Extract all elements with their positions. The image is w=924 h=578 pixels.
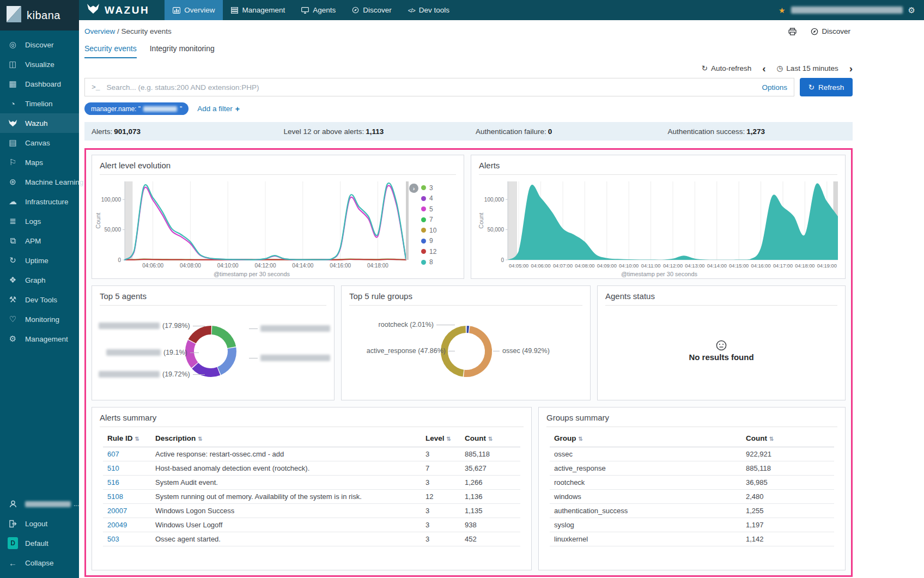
search-box: >_ Options xyxy=(84,78,794,96)
table-row[interactable]: 516System Audit event.31,266 xyxy=(103,476,520,490)
auto-refresh-button[interactable]: ↻ Auto-refresh xyxy=(702,64,752,72)
svg-text:04:08:00: 04:08:00 xyxy=(180,263,201,269)
table-cell: ossec xyxy=(550,447,741,461)
legend-item-level-4[interactable]: 4 xyxy=(421,193,436,204)
sidebar-item-graph[interactable]: ❖Graph xyxy=(0,270,79,290)
legend-item-level-8[interactable]: 8 xyxy=(421,257,436,268)
table-row[interactable]: rootcheck36,985 xyxy=(550,476,834,490)
table-row[interactable]: 503Ossec agent started.3452 xyxy=(103,532,520,546)
sidebar-item-dashboard[interactable]: ▦Dashboard xyxy=(0,74,79,94)
time-range-picker[interactable]: ◷ Last 15 minutes xyxy=(777,64,838,72)
sidebar-item-dev-tools[interactable]: ⚒Dev Tools xyxy=(0,290,79,309)
topnav-item-management[interactable]: Management xyxy=(223,0,293,20)
table-cell: authentication_success xyxy=(550,504,741,518)
sidebar-item-uptime[interactable]: ↻Uptime xyxy=(0,251,79,270)
topnav-item-discover[interactable]: Discover xyxy=(344,0,400,20)
legend-expand-icon[interactable]: › xyxy=(409,184,418,193)
legend-item-level-9[interactable]: 9 xyxy=(421,236,436,247)
sidebar-user[interactable]: ... xyxy=(0,494,79,514)
topnav-item-overview[interactable]: Overview xyxy=(165,0,223,20)
legend-item-level-12[interactable]: 12 xyxy=(421,246,436,257)
column-header-group[interactable]: Group⇅ xyxy=(550,429,741,447)
sidebar-item-discover[interactable]: ◎Discover xyxy=(0,35,79,54)
sidebar-item-canvas[interactable]: ▤Canvas xyxy=(0,133,79,153)
legend-item-level-3[interactable]: 3 xyxy=(421,182,436,193)
sidebar-item-maps[interactable]: ⚐Maps xyxy=(0,153,79,172)
column-header-count[interactable]: Count⇅ xyxy=(460,429,520,447)
tab-integrity-monitoring[interactable]: Integrity monitoring xyxy=(150,44,215,58)
table-row[interactable]: authentication_success1,255 xyxy=(550,504,834,518)
kibana-logo[interactable]: kibana xyxy=(0,0,79,31)
rule-id-link[interactable]: 20007 xyxy=(103,504,151,518)
search-input[interactable] xyxy=(106,83,762,92)
sidebar-item-infrastructure[interactable]: ☁Infrastructure xyxy=(0,192,79,211)
search-row: >_ Options ↻ Refresh xyxy=(84,78,853,96)
sidebar-item-management[interactable]: ⚙Management xyxy=(0,329,79,349)
panel-alert-level-evolution: Alert level evolution 04:06:0004:08:0004… xyxy=(92,155,464,279)
topnav-item-agents[interactable]: Agents xyxy=(293,0,344,20)
sidebar-item-machine-learning[interactable]: ⊛Machine Learning xyxy=(0,172,79,192)
table-row[interactable]: linuxkernel1,142 xyxy=(550,532,834,546)
charts-row-1: Alert level evolution 04:06:0004:08:0004… xyxy=(92,155,846,279)
table-row[interactable]: 607Active response: restart-ossec.cmd - … xyxy=(103,447,520,461)
rule-id-link[interactable]: 503 xyxy=(103,532,151,546)
legend-item-level-7[interactable]: 7 xyxy=(421,215,436,226)
kibana-wordmark: kibana xyxy=(27,9,60,22)
column-header-description[interactable]: Description⇅ xyxy=(151,429,421,447)
legend-color-dot xyxy=(421,249,426,254)
svg-text:04:13:00: 04:13:00 xyxy=(685,263,704,269)
column-header-rule-id[interactable]: Rule ID⇅ xyxy=(103,429,151,447)
sidebar-nav: ◎Discover◫Visualize▦Dashboard◔TimelionWa… xyxy=(0,35,79,349)
manager-name-filter-pill[interactable]: manager.name: " " xyxy=(84,102,189,115)
discover-action[interactable]: Discover xyxy=(811,27,850,35)
print-button[interactable] xyxy=(788,28,797,35)
table-row[interactable]: 20007Windows Logon Success31,135 xyxy=(103,504,520,518)
gear-icon[interactable]: ⚙ xyxy=(908,5,915,15)
panel-title: Agents status xyxy=(598,286,845,305)
table-row[interactable]: 20049Windows User Logoff3938 xyxy=(103,518,520,532)
sidebar-item-monitoring[interactable]: ♡Monitoring xyxy=(0,309,79,329)
legend-item-level-5[interactable]: 5 xyxy=(421,204,436,215)
time-forward-chevron[interactable]: › xyxy=(849,63,853,74)
legend-item-level-10[interactable]: 10 xyxy=(421,225,436,236)
table-cell: active_response xyxy=(550,461,741,476)
table-cell: 1,136 xyxy=(460,490,520,504)
table-row[interactable]: active_response885,118 xyxy=(550,461,834,476)
sidebar-item-wazuh[interactable]: Wazuh xyxy=(0,113,79,133)
rule-id-link[interactable]: 20049 xyxy=(103,518,151,532)
time-back-chevron[interactable]: ‹ xyxy=(762,63,765,74)
svg-text:04:08:00: 04:08:00 xyxy=(575,263,594,269)
add-filter-button[interactable]: Add a filter+ xyxy=(197,105,240,113)
table-row[interactable]: ossec922,921 xyxy=(550,447,834,461)
table-cell: 3 xyxy=(421,447,460,461)
alert-level-evolution-chart[interactable]: 04:06:0004:08:0004:10:0004:12:0004:14:00… xyxy=(94,177,409,270)
options-link[interactable]: Options xyxy=(762,83,787,92)
sidebar-item-apm[interactable]: ⧉APM xyxy=(0,231,79,251)
rule-id-link[interactable]: 516 xyxy=(103,476,151,490)
tab-security-events[interactable]: Security events xyxy=(84,44,137,58)
table-row[interactable]: syslog1,197 xyxy=(550,518,834,532)
rule-id-link[interactable]: 5108 xyxy=(103,490,151,504)
table-row[interactable]: 5108System running out of memory. Availa… xyxy=(103,490,520,504)
topnav-item-dev-tools[interactable]: </>Dev tools xyxy=(400,0,458,20)
rule-id-link[interactable]: 607 xyxy=(103,447,151,461)
sidebar-item-logout[interactable]: Logout xyxy=(0,514,79,533)
sidebar-item-timelion[interactable]: ◔Timelion xyxy=(0,94,79,113)
sidebar-item-collapse[interactable]: ← Collapse xyxy=(0,553,79,573)
agent-slice-label: (19.1%) xyxy=(106,349,199,356)
rule-id-link[interactable]: 510 xyxy=(103,461,151,476)
wazuh-brand[interactable]: WAZUH xyxy=(79,3,165,17)
breadcrumb-overview-link[interactable]: Overview xyxy=(84,27,115,35)
refresh-button[interactable]: ↻ Refresh xyxy=(800,78,853,96)
table-row[interactable]: 510Host-based anomaly detection event (r… xyxy=(103,461,520,476)
svg-text:04:18:00: 04:18:00 xyxy=(795,263,814,269)
sidebar-item-visualize[interactable]: ◫Visualize xyxy=(0,54,79,74)
star-icon[interactable]: ★ xyxy=(779,6,786,15)
column-header-count[interactable]: Count⇅ xyxy=(741,429,834,447)
alerts-area-chart[interactable]: 04:05:0004:06:0004:07:0004:08:0004:09:00… xyxy=(477,177,841,270)
sidebar-item-logs[interactable]: ≣Logs xyxy=(0,211,79,231)
table-row[interactable]: windows2,480 xyxy=(550,490,834,504)
main-area: WAZUH OverviewManagementAgentsDiscover</… xyxy=(79,0,924,578)
sidebar-item-space-default[interactable]: D Default xyxy=(0,533,79,553)
column-header-level[interactable]: Level⇅ xyxy=(421,429,460,447)
